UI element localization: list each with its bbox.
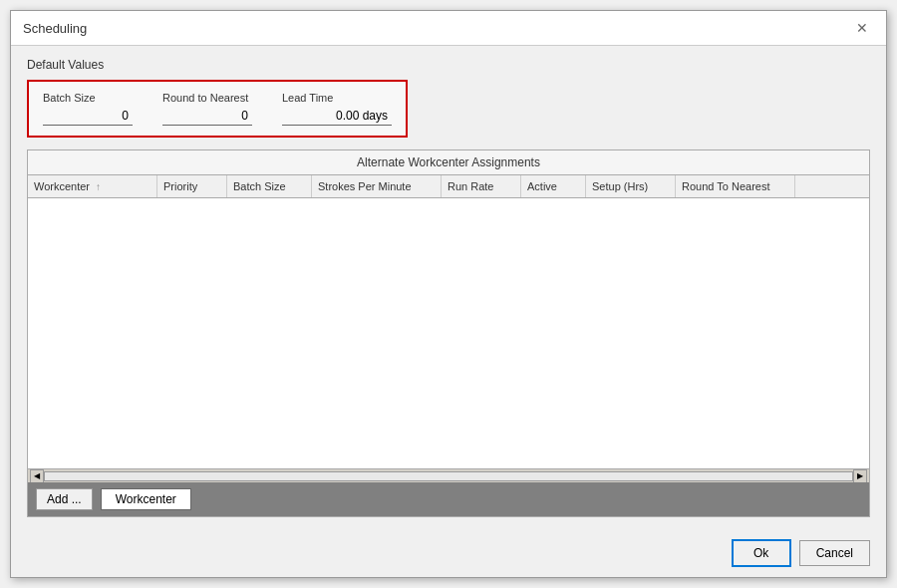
batch-size-label: Batch Size [43, 92, 133, 104]
dialog-title: Scheduling [23, 21, 87, 36]
dialog-body: Default Values Batch Size Round to Neare… [11, 46, 886, 529]
col-header-priority-label: Priority [163, 180, 197, 192]
round-to-nearest-input[interactable] [162, 107, 252, 126]
round-to-nearest-group: Round to Nearest [162, 92, 252, 126]
col-header-setup[interactable]: Setup (Hrs) [586, 175, 676, 197]
sort-icon: ↑ [96, 181, 101, 192]
default-values-section: Default Values Batch Size Round to Neare… [27, 58, 870, 138]
col-header-active[interactable]: Active [521, 175, 586, 197]
add-button[interactable]: Add ... [36, 488, 93, 510]
round-to-nearest-label: Round to Nearest [162, 92, 252, 104]
default-values-box: Batch Size Round to Nearest Lead Time [27, 80, 408, 138]
col-header-roundto-label: Round To Nearest [682, 180, 769, 192]
col-header-workcenter[interactable]: Workcenter ↑ [28, 175, 157, 197]
ok-button[interactable]: Ok [732, 539, 791, 567]
grid-body[interactable] [28, 198, 869, 468]
grid-section: Alternate Workcenter Assignments Workcen… [27, 149, 870, 517]
close-button[interactable]: ✕ [850, 19, 874, 37]
col-header-batchsize[interactable]: Batch Size [227, 175, 312, 197]
default-values-label: Default Values [27, 58, 870, 72]
col-header-roundto[interactable]: Round To Nearest [676, 175, 795, 197]
title-bar: Scheduling ✕ [11, 11, 886, 46]
col-header-strokes[interactable]: Strokes Per Minute [312, 175, 442, 197]
scheduling-dialog: Scheduling ✕ Default Values Batch Size R… [10, 10, 887, 578]
scrollbar-track[interactable] [44, 471, 853, 481]
scroll-left-arrow[interactable]: ◀ [30, 469, 44, 483]
col-header-priority[interactable]: Priority [157, 175, 227, 197]
bottom-toolbar: Add ... Workcenter [28, 482, 869, 516]
col-header-batchsize-label: Batch Size [233, 180, 286, 192]
cancel-button[interactable]: Cancel [799, 540, 870, 566]
lead-time-group: Lead Time [282, 92, 392, 126]
scroll-right-arrow[interactable]: ▶ [853, 469, 867, 483]
lead-time-input[interactable] [282, 107, 392, 126]
grid-title: Alternate Workcenter Assignments [28, 150, 869, 175]
col-header-active-label: Active [527, 180, 557, 192]
dialog-footer: Ok Cancel [11, 529, 886, 577]
col-header-runrate[interactable]: Run Rate [442, 175, 521, 197]
batch-size-input[interactable] [43, 107, 133, 126]
workcenter-button[interactable]: Workcenter [101, 488, 191, 510]
batch-size-group: Batch Size [43, 92, 133, 126]
col-header-workcenter-label: Workcenter [34, 180, 90, 192]
grid-header: Workcenter ↑ Priority Batch Size Strokes… [28, 175, 869, 198]
col-header-setup-label: Setup (Hrs) [592, 180, 648, 192]
horizontal-scrollbar[interactable]: ◀ ▶ [28, 468, 869, 482]
col-header-strokes-label: Strokes Per Minute [318, 180, 412, 192]
col-header-runrate-label: Run Rate [448, 180, 493, 192]
lead-time-label: Lead Time [282, 92, 392, 104]
